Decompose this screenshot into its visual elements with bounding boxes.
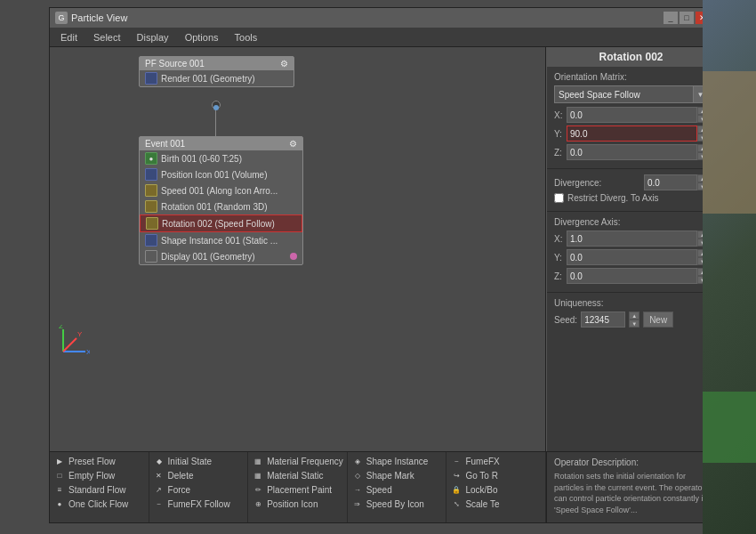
- force-label: Force: [168, 485, 191, 495]
- orientation-label: Orientation Matrix:: [554, 72, 708, 82]
- node-graph[interactable]: PF Source 001 ⚙ Render 001 (Geometry) Ev…: [50, 47, 546, 451]
- shape-mark-label: Shape Mark: [366, 471, 414, 481]
- display-item[interactable]: Display 001 (Geometry): [140, 248, 302, 264]
- empty-flow-item[interactable]: □ Empty Flow: [53, 468, 145, 482]
- new-button[interactable]: New: [643, 312, 673, 328]
- preset-flow-item[interactable]: ▶ Preset Flow: [53, 454, 145, 468]
- minimize-button[interactable]: _: [664, 12, 678, 24]
- birth-label: Birth 001 (0-60 T:25): [161, 154, 242, 164]
- scale-te-item[interactable]: ⤡ Scale Te: [450, 497, 542, 511]
- maximize-button[interactable]: □: [680, 12, 694, 24]
- seed-label: Seed:: [554, 315, 577, 325]
- divergence-label: Divergence:: [554, 178, 644, 188]
- one-click-flow-label: One Click Flow: [68, 499, 128, 509]
- fumefx-follow-item[interactable]: ~ FumeFX Follow: [153, 497, 245, 511]
- shape-item[interactable]: Shape Instance 001 (Static ...: [140, 232, 302, 248]
- menu-edit[interactable]: Edit: [53, 30, 84, 44]
- menu-display[interactable]: Display: [130, 30, 176, 44]
- initial-state-item[interactable]: ◆ Initial State: [153, 454, 245, 468]
- empty-flow-label: Empty Flow: [68, 471, 115, 481]
- placement-paint-label: Placement Paint: [267, 485, 332, 495]
- menu-tools[interactable]: Tools: [228, 30, 265, 44]
- standard-flow-item[interactable]: ≡ Standard Flow: [53, 482, 145, 497]
- dax-input[interactable]: [567, 231, 697, 247]
- divergence-input[interactable]: [644, 174, 697, 190]
- seed-input[interactable]: [581, 312, 625, 328]
- div-axis-label: Divergence Axis:: [554, 217, 708, 227]
- connection-line-v: [215, 109, 216, 136]
- orientation-dropdown[interactable]: Speed Space Follow World Space Speed Spa…: [554, 85, 694, 103]
- position-icon-icon: ⊕: [252, 498, 264, 510]
- position-item[interactable]: Position Icon 001 (Volume): [140, 166, 302, 182]
- svg-line-2: [63, 338, 76, 352]
- toolbar-col-2: ◆ Initial State ✕ Delete ↗ Force ~ FumeF…: [149, 452, 249, 522]
- y-input[interactable]: [567, 125, 697, 142]
- scale-te-label: Scale Te: [465, 499, 499, 509]
- orientation-matrix-section: Orientation Matrix: Speed Space Follow W…: [547, 67, 715, 169]
- event-header: Event 001 ⚙: [140, 137, 302, 150]
- speed-item-toolbar[interactable]: → Speed: [351, 482, 443, 497]
- go-to-r-icon: ↪: [450, 469, 462, 481]
- speed-by-icon-label: Speed By Icon: [366, 499, 424, 509]
- menu-select[interactable]: Select: [86, 30, 128, 44]
- event-icon: ⚙: [289, 139, 297, 149]
- force-item[interactable]: ↗ Force: [153, 482, 245, 497]
- position-icon-item[interactable]: ⊕ Position Icon: [252, 497, 343, 511]
- restrict-checkbox[interactable]: [554, 193, 564, 203]
- shape-mark-icon: ◇: [351, 469, 364, 481]
- right-panel: Rotation 002 Orientation Matrix: Speed S…: [546, 47, 715, 451]
- daz-row: Z: ▲ ▼: [554, 268, 708, 284]
- placement-paint-item[interactable]: ✏ Placement Paint: [252, 482, 343, 497]
- speed-by-icon-item[interactable]: ⇒ Speed By Icon: [351, 497, 443, 511]
- restrict-row: Restrict Diverg. To Axis: [554, 193, 708, 203]
- material-static-icon: ▦: [252, 469, 264, 481]
- toolbar-col-3: ▦ Material Frequency ▦ Material Static ✏…: [248, 452, 348, 522]
- uniqueness-label: Uniqueness:: [554, 298, 708, 308]
- rotation002-item[interactable]: Rotation 002 (Speed Follow): [140, 214, 302, 232]
- viewport-hint: [703, 0, 756, 534]
- pf-source-label: PF Source 001: [145, 59, 205, 69]
- scale-te-icon: ⤡: [450, 498, 462, 510]
- go-to-r-item[interactable]: ↪ Go To R: [450, 468, 542, 482]
- delete-item[interactable]: ✕ Delete: [153, 468, 245, 482]
- seed-up[interactable]: ▲: [629, 312, 639, 320]
- seed-spin: ▲ ▼: [629, 312, 639, 328]
- rotation001-item[interactable]: Rotation 001 (Random 3D): [140, 198, 302, 214]
- birth-item[interactable]: ● Birth 001 (0-60 T:25): [140, 150, 302, 166]
- day-input[interactable]: [567, 249, 697, 265]
- menu-options[interactable]: Options: [178, 30, 226, 44]
- speed-icon-toolbar: →: [351, 483, 364, 496]
- seed-down[interactable]: ▼: [629, 320, 639, 328]
- event-node: Event 001 ⚙ ● Birth 001 (0-60 T:25) Posi…: [139, 136, 303, 265]
- svg-text:Z: Z: [59, 325, 63, 330]
- fumefx-item[interactable]: ~ FumeFX: [450, 454, 542, 468]
- z-input[interactable]: [567, 144, 697, 160]
- lock-bo-item[interactable]: 🔒 Lock/Bo: [450, 482, 542, 497]
- x-input[interactable]: [567, 107, 697, 123]
- axes-indicator: X Z Y: [54, 325, 90, 362]
- description-panel: Operator Description: Rotation sets the …: [546, 452, 715, 522]
- material-freq-item[interactable]: ▦ Material Frequency: [252, 454, 343, 468]
- speed-item[interactable]: Speed 001 (Along Icon Arro...: [140, 182, 302, 198]
- event-label: Event 001: [145, 139, 185, 149]
- daz-input[interactable]: [567, 268, 697, 284]
- lock-bo-label: Lock/Bo: [465, 485, 497, 495]
- seed-row: Seed: ▲ ▼ New: [554, 312, 708, 328]
- z-label: Z:: [554, 148, 567, 158]
- pf-source-header: PF Source 001 ⚙: [140, 57, 294, 70]
- material-freq-icon: ▦: [252, 455, 264, 467]
- dot-connector: [213, 105, 219, 110]
- one-click-flow-item[interactable]: ● One Click Flow: [53, 497, 145, 511]
- app-icon: G: [55, 12, 68, 24]
- shape-mark-item[interactable]: ◇ Shape Mark: [351, 468, 443, 482]
- material-static-item[interactable]: ▦ Material Static: [252, 468, 343, 482]
- title-bar: G Particle View _ □ ✕: [50, 8, 715, 28]
- standard-flow-icon: ≡: [53, 483, 66, 496]
- speed-label-toolbar: Speed: [366, 485, 392, 495]
- shape-instance-item[interactable]: ◈ Shape Instance: [351, 454, 443, 468]
- shape-label: Shape Instance 001 (Static ...: [161, 236, 277, 246]
- rotation002-icon: [146, 217, 158, 230]
- render-item[interactable]: Render 001 (Geometry): [140, 70, 294, 86]
- display-label: Display 001 (Geometry): [161, 252, 255, 262]
- viewport-tan: [703, 71, 756, 214]
